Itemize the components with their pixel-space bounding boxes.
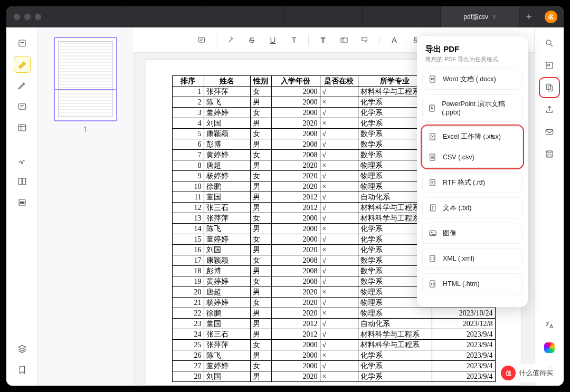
excel-icon (428, 132, 438, 141)
export-xml[interactable]: XML (.xml) (423, 248, 522, 269)
save-icon[interactable] (541, 146, 558, 162)
compare-icon[interactable] (14, 173, 31, 190)
tab-add[interactable]: + (519, 6, 538, 27)
textbox-tool-icon[interactable] (336, 32, 352, 48)
svg-rect-17 (548, 85, 552, 91)
table-row: 27董婷婷女2000√化学系2023/9/4 (172, 361, 495, 371)
svg-rect-4 (22, 178, 25, 185)
translate-icon[interactable] (541, 317, 558, 334)
col-header: 入学年份 (271, 76, 320, 87)
svg-rect-2 (18, 125, 26, 131)
csv-icon (428, 152, 438, 162)
text-box-icon[interactable] (14, 98, 31, 115)
html-icon (428, 279, 438, 289)
svg-point-14 (546, 40, 551, 45)
xml-icon (428, 254, 438, 263)
word-icon (428, 74, 438, 84)
svg-rect-6 (20, 202, 24, 204)
col-header: 排序 (172, 76, 204, 87)
tab-active[interactable]: pdf版csv × (441, 6, 519, 27)
layers-icon[interactable] (14, 340, 31, 357)
table-row: 28刘国男2020×化学系2023/9/4 (172, 371, 495, 382)
export-csv[interactable]: CSV (.csv) (423, 147, 522, 167)
export-rtf[interactable]: RTF 格式 (.rtf) (423, 173, 522, 193)
export-ppt[interactable]: PowerPoint 演示文稿 (.pptx) (423, 94, 522, 121)
export-icon[interactable] (541, 79, 558, 96)
svg-point-28 (431, 232, 432, 233)
svg-rect-1 (18, 104, 26, 110)
watermark: 值 什么值得买 (496, 364, 558, 383)
ocr-icon[interactable] (541, 57, 558, 74)
svg-rect-0 (19, 40, 25, 46)
titlebar: pdf版csv × + 名 (6, 6, 564, 27)
tab-strip: pdf版csv × + (49, 6, 538, 27)
font-color-icon[interactable]: A (386, 32, 402, 48)
image-icon (428, 228, 438, 238)
avatar[interactable]: 名 (545, 11, 557, 23)
mail-icon[interactable] (541, 123, 558, 140)
right-sidebar (534, 27, 564, 386)
bookmark-icon[interactable] (14, 361, 31, 378)
form-icon[interactable] (14, 119, 31, 136)
text-tool-icon[interactable]: T (315, 32, 331, 48)
left-sidebar (6, 27, 38, 386)
tab-3[interactable] (205, 6, 284, 27)
pen-icon[interactable] (14, 77, 31, 94)
ai-color-icon[interactable] (541, 339, 558, 356)
table-row: 24张三石男2012√材料科学与工程系2023/9/4 (172, 329, 495, 340)
thumbnail-panel: 1 (38, 27, 133, 386)
txt-icon (428, 203, 438, 213)
tab-5[interactable] (363, 6, 441, 27)
signature-icon[interactable] (14, 152, 31, 169)
close-icon[interactable]: × (492, 13, 496, 21)
watermark-badge: 值 (501, 366, 516, 380)
svg-rect-9 (362, 37, 367, 41)
min-dot[interactable] (24, 14, 31, 20)
col-header: 是否在校 (320, 76, 358, 87)
rtf-icon (428, 178, 438, 187)
col-header: 性别 (250, 76, 271, 87)
highlighter-icon[interactable] (14, 56, 31, 73)
cursor-icon: ↖ (490, 133, 496, 141)
share-icon[interactable] (541, 101, 558, 118)
export-title: 导出 PDF (425, 44, 519, 54)
table-row: 23董国男2012√自动化系2023/12/8 (172, 319, 495, 329)
marker-icon[interactable] (223, 32, 239, 48)
export-html[interactable]: HTML (.htm) (423, 274, 522, 294)
export-txt[interactable]: 文本 (.txt) (423, 198, 522, 218)
strike-icon[interactable]: S (244, 32, 260, 48)
squiggle-icon[interactable]: T (286, 32, 302, 48)
svg-rect-18 (546, 130, 553, 135)
note-icon[interactable] (194, 32, 210, 48)
underline-icon[interactable]: U (265, 32, 281, 48)
tab-2[interactable] (127, 6, 206, 27)
tab-1[interactable] (49, 6, 127, 27)
annotate-icon[interactable] (14, 35, 31, 52)
svg-rect-22 (430, 105, 434, 111)
ppt-icon (428, 103, 436, 113)
tab-active-label: pdf版csv (463, 13, 488, 22)
redact-icon[interactable] (14, 194, 31, 211)
search-icon[interactable] (541, 35, 558, 52)
col-header: 姓名 (204, 76, 250, 87)
table-row: 26陈飞男2000×化学系2023/9/4 (172, 350, 495, 361)
window-controls (6, 14, 49, 20)
export-word[interactable]: Word 文档 (.docx) (423, 69, 522, 89)
table-row: 22徐鹏男2020×物理系2023/10/24 (172, 308, 495, 319)
close-dot[interactable] (14, 14, 20, 20)
page-thumbnail[interactable] (54, 37, 117, 121)
export-subtitle: 将您的 PDF 导出为任意格式 (425, 55, 519, 63)
svg-rect-3 (18, 178, 22, 185)
export-image[interactable]: 图像 (423, 223, 522, 243)
max-dot[interactable] (35, 14, 41, 20)
export-panel: 导出 PDF 将您的 PDF 导出为任意格式 Word 文档 (.docx) P… (417, 36, 528, 307)
svg-rect-7 (199, 37, 205, 42)
table-row: 25张萍萍女2000√材料科学与工程系2023/9/4 (172, 340, 495, 350)
export-xlsx[interactable]: Excel 工作簿 (.xlsx) ↖ (423, 127, 522, 147)
svg-rect-19 (546, 151, 553, 157)
tab-4[interactable] (284, 6, 363, 27)
thumbnail-page-number: 1 (84, 126, 88, 133)
svg-rect-16 (546, 84, 550, 90)
callout-icon[interactable] (357, 32, 373, 48)
